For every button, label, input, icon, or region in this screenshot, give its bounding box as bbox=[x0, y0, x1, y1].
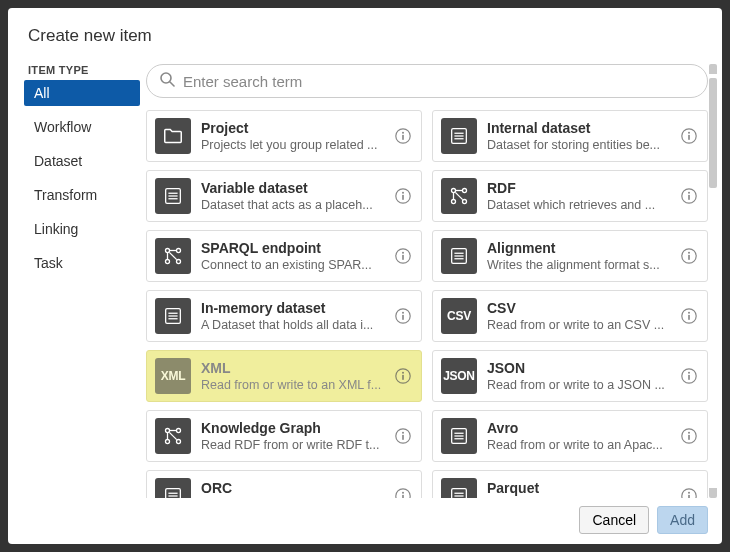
search-input[interactable] bbox=[183, 73, 695, 90]
info-icon[interactable] bbox=[393, 186, 413, 206]
svg-point-84 bbox=[402, 492, 404, 494]
svg-rect-71 bbox=[402, 435, 404, 440]
item-card-parquet[interactable]: ParquetRead from or write to an Apac... bbox=[432, 470, 708, 498]
cancel-button[interactable]: Cancel bbox=[579, 506, 649, 534]
graph-icon bbox=[155, 238, 191, 274]
text-json-icon: JSON bbox=[441, 358, 477, 394]
item-card-json[interactable]: JSONJSONRead from or write to a JSON ... bbox=[432, 350, 708, 402]
item-card-in-memory-dataset[interactable]: In-memory datasetA Dataset that holds al… bbox=[146, 290, 422, 342]
svg-rect-38 bbox=[402, 255, 404, 260]
svg-point-37 bbox=[402, 252, 404, 254]
svg-rect-92 bbox=[688, 495, 690, 498]
item-title: Avro bbox=[487, 420, 673, 436]
dialog-body: ITEM TYPE AllWorkflowDatasetTransformLin… bbox=[8, 60, 722, 498]
info-icon[interactable] bbox=[679, 186, 699, 206]
item-description: Writes the alignment format s... bbox=[487, 258, 673, 272]
item-title: Parquet bbox=[487, 480, 673, 496]
svg-rect-52 bbox=[402, 315, 404, 320]
item-card-orc[interactable]: ORCRead from or write to an Apac... bbox=[146, 470, 422, 498]
item-title: In-memory dataset bbox=[201, 300, 387, 316]
list-icon bbox=[155, 178, 191, 214]
item-description: Connect to an existing SPAR... bbox=[201, 258, 387, 272]
item-title: Internal dataset bbox=[487, 120, 673, 136]
list-icon bbox=[441, 118, 477, 154]
item-description: Dataset for storing entities be... bbox=[487, 138, 673, 152]
info-icon[interactable] bbox=[679, 486, 699, 498]
info-icon[interactable] bbox=[679, 426, 699, 446]
item-title: JSON bbox=[487, 360, 673, 376]
item-title: SPARQL endpoint bbox=[201, 240, 387, 256]
item-card-project[interactable]: ProjectProjects let you group related ..… bbox=[146, 110, 422, 162]
sidebar-item-workflow[interactable]: Workflow bbox=[24, 114, 140, 140]
svg-point-65 bbox=[176, 439, 180, 443]
graph-icon bbox=[155, 418, 191, 454]
sidebar-item-linking[interactable]: Linking bbox=[24, 216, 140, 242]
item-description: Dataset that acts as a placeh... bbox=[201, 198, 387, 212]
text-csv-icon: CSV bbox=[441, 298, 477, 334]
graph-icon bbox=[441, 178, 477, 214]
item-description: Read RDF from or write RDF t... bbox=[201, 438, 387, 452]
svg-point-17 bbox=[402, 192, 404, 194]
sidebar-item-task[interactable]: Task bbox=[24, 250, 140, 276]
info-icon[interactable] bbox=[393, 486, 413, 498]
svg-point-27 bbox=[688, 192, 690, 194]
svg-line-1 bbox=[170, 82, 174, 86]
item-card-rdf[interactable]: RDFDataset which retrieves and ... bbox=[432, 170, 708, 222]
item-title: Alignment bbox=[487, 240, 673, 256]
dialog-footer: Cancel Add bbox=[8, 498, 722, 544]
info-icon[interactable] bbox=[393, 366, 413, 386]
item-card-alignment[interactable]: AlignmentWrites the alignment format s..… bbox=[432, 230, 708, 282]
item-card-csv[interactable]: CSVCSVRead from or write to an CSV ... bbox=[432, 290, 708, 342]
item-title: CSV bbox=[487, 300, 673, 316]
svg-point-19 bbox=[451, 188, 455, 192]
create-item-dialog: Create new item ITEM TYPE AllWorkflowDat… bbox=[8, 8, 722, 544]
list-icon bbox=[155, 478, 191, 498]
svg-point-51 bbox=[402, 312, 404, 314]
main-panel: ProjectProjects let you group related ..… bbox=[142, 60, 720, 498]
text-xml-icon: XML bbox=[155, 358, 191, 394]
info-icon[interactable] bbox=[679, 366, 699, 386]
svg-point-30 bbox=[176, 248, 180, 252]
info-icon[interactable] bbox=[393, 306, 413, 326]
item-card-xml[interactable]: XMLXMLRead from or write to an XML f... bbox=[146, 350, 422, 402]
item-card-internal-dataset[interactable]: Internal datasetDataset for storing enti… bbox=[432, 110, 708, 162]
item-card-knowledge-graph[interactable]: Knowledge GraphRead RDF from or write RD… bbox=[146, 410, 422, 462]
sidebar: ITEM TYPE AllWorkflowDatasetTransformLin… bbox=[8, 60, 142, 498]
info-icon[interactable] bbox=[393, 126, 413, 146]
sidebar-item-transform[interactable]: Transform bbox=[24, 182, 140, 208]
dialog-title: Create new item bbox=[8, 8, 722, 60]
svg-point-57 bbox=[402, 372, 404, 374]
svg-rect-61 bbox=[688, 375, 690, 380]
item-card-variable-dataset[interactable]: Variable datasetDataset that acts as a p… bbox=[146, 170, 422, 222]
info-icon[interactable] bbox=[679, 246, 699, 266]
svg-rect-85 bbox=[402, 495, 404, 498]
sidebar-heading: ITEM TYPE bbox=[24, 64, 142, 76]
svg-rect-28 bbox=[688, 195, 690, 200]
item-card-avro[interactable]: AvroRead from or write to an Apac... bbox=[432, 410, 708, 462]
svg-line-68 bbox=[169, 432, 176, 439]
svg-point-32 bbox=[176, 259, 180, 263]
item-title: ORC bbox=[201, 480, 387, 496]
svg-point-10 bbox=[688, 132, 690, 134]
item-description: Dataset which retrieves and ... bbox=[487, 198, 673, 212]
item-card-sparql-endpoint[interactable]: SPARQL endpointConnect to an existing SP… bbox=[146, 230, 422, 282]
item-title: Variable dataset bbox=[201, 180, 387, 196]
item-list-scroll[interactable]: ProjectProjects let you group related ..… bbox=[146, 110, 714, 498]
add-button[interactable]: Add bbox=[657, 506, 708, 534]
item-description: Read from or write to a JSON ... bbox=[487, 378, 673, 392]
sidebar-item-all[interactable]: All bbox=[24, 80, 140, 106]
svg-point-63 bbox=[176, 428, 180, 432]
info-icon[interactable] bbox=[393, 246, 413, 266]
list-icon bbox=[441, 478, 477, 498]
search-field[interactable] bbox=[146, 64, 708, 98]
svg-point-91 bbox=[688, 492, 690, 494]
info-icon[interactable] bbox=[679, 306, 699, 326]
info-icon[interactable] bbox=[393, 426, 413, 446]
svg-rect-58 bbox=[402, 375, 404, 380]
svg-point-29 bbox=[165, 248, 169, 252]
item-description: Read from or write to an CSV ... bbox=[487, 318, 673, 332]
sidebar-item-dataset[interactable]: Dataset bbox=[24, 148, 140, 174]
info-icon[interactable] bbox=[679, 126, 699, 146]
item-title: Knowledge Graph bbox=[201, 420, 387, 436]
item-title: Project bbox=[201, 120, 387, 136]
